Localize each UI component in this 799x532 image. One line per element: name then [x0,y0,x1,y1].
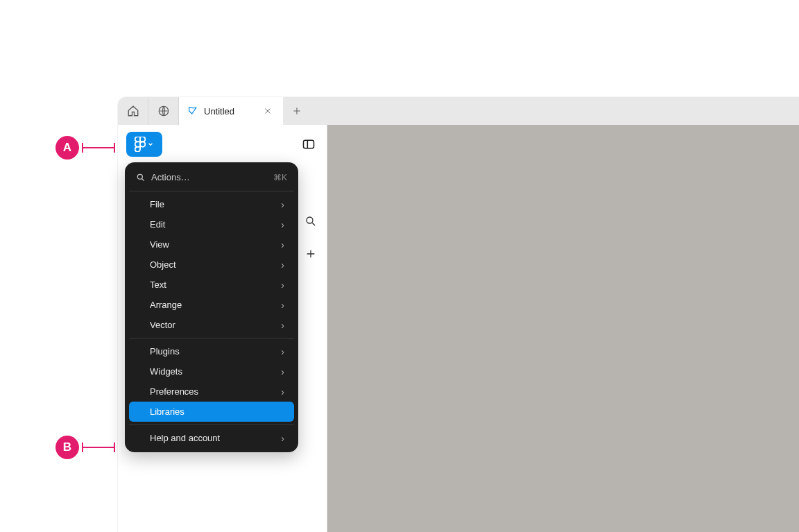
search-icon [304,215,317,228]
menu-item-file[interactable]: File› [129,194,294,214]
menu-search-row[interactable]: Actions… ⌘K [129,166,294,188]
menu-item-libraries[interactable]: Libraries [129,402,294,422]
community-tab-button[interactable] [148,97,179,125]
menu-item-label: Vector [150,320,175,330]
menu-item-arrange[interactable]: Arrange› [129,295,294,315]
menu-item-label: Arrange [150,300,182,310]
annotation-a-label: A [63,141,71,155]
menu-item-vector[interactable]: Vector› [129,315,294,335]
menu-divider [129,424,294,425]
main-menu-button[interactable] [126,132,162,157]
chevron-right-icon: › [281,220,284,230]
figma-logo-icon [135,137,146,152]
annotation-connector-b [82,447,115,448]
menu-item-help-account[interactable]: Help and account› [129,428,294,448]
menu-item-label: Help and account [150,433,220,443]
menu-divider [129,338,294,338]
annotation-badge-b: B [55,436,79,459]
close-icon [264,107,272,115]
svg-point-3 [137,174,142,179]
menu-item-preferences[interactable]: Preferences› [129,381,294,402]
add-page-button[interactable] [305,248,316,259]
menu-item-label: Edit [150,219,165,230]
annotation-b-label: B [63,440,71,454]
search-panel-button[interactable] [304,215,317,228]
panel-toggle-button[interactable] [299,135,318,154]
chevron-right-icon: › [281,280,284,290]
active-file-tab[interactable]: Untitled [179,97,283,125]
design-canvas[interactable] [327,125,799,532]
menu-item-label: Text [150,280,166,290]
design-file-icon [187,105,198,117]
active-tab-title: Untitled [204,106,234,117]
menu-search-shortcut: ⌘K [273,173,287,182]
new-tab-button[interactable] [283,97,311,125]
chevron-right-icon: › [281,300,284,310]
sidebar-top-row [118,125,327,164]
menu-search-placeholder: Actions… [151,172,190,182]
menu-item-label: File [150,199,164,209]
menu-item-widgets[interactable]: Widgets› [129,361,294,381]
chevron-right-icon: › [281,347,284,357]
search-icon [136,173,146,182]
app-window: Untitled [118,97,799,532]
menu-item-label: Libraries [150,406,184,417]
home-icon [127,105,139,117]
chevron-right-icon: › [281,240,284,250]
menu-item-text[interactable]: Text› [129,275,294,295]
menu-item-label: Preferences [150,386,198,397]
menu-item-object[interactable]: Object› [129,255,294,275]
chevron-right-icon: › [281,434,284,443]
sidebar-icon [302,137,316,151]
chevron-right-icon: › [281,260,284,270]
chevron-down-icon [147,141,154,148]
left-sidebar: Actions… ⌘K File› Edit› View› Object› Te… [118,125,327,532]
menu-item-label: Object [150,259,176,270]
svg-point-4 [307,217,313,223]
menu-item-label: Widgets [150,366,182,377]
home-tab-button[interactable] [118,97,148,125]
tab-bar: Untitled [118,97,799,125]
plus-icon [305,248,316,259]
close-tab-button[interactable] [261,104,275,118]
menu-item-label: View [150,239,169,250]
plus-icon [292,106,302,116]
menu-item-edit[interactable]: Edit› [129,214,294,234]
menu-divider [129,191,294,191]
annotation-connector-a [82,147,115,148]
sidebar-action-icons [304,215,317,259]
annotation-badge-a: A [55,136,79,160]
svg-point-1 [140,141,145,146]
chevron-right-icon: › [281,320,284,330]
menu-item-view[interactable]: View› [129,234,294,255]
main-menu-dropdown: Actions… ⌘K File› Edit› View› Object› Te… [125,162,298,452]
menu-item-plugins[interactable]: Plugins› [129,341,294,361]
chevron-right-icon: › [281,387,284,397]
menu-item-label: Plugins [150,346,180,357]
app-body: Actions… ⌘K File› Edit› View› Object› Te… [118,125,799,532]
chevron-right-icon: › [281,200,284,209]
svg-rect-2 [304,140,314,148]
chevron-right-icon: › [281,367,284,377]
globe-icon [157,105,170,117]
